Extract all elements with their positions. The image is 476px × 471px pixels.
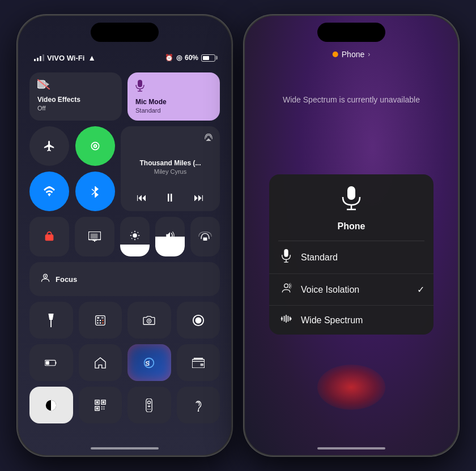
svg-point-37	[100, 322, 101, 324]
app-row-2: S	[29, 344, 220, 381]
music-artist: Miley Cyrus	[128, 168, 213, 175]
svg-rect-3	[138, 80, 142, 87]
svg-marker-12	[206, 139, 211, 142]
svg-point-40	[148, 320, 150, 322]
airplay-icon[interactable]	[204, 133, 213, 143]
svg-point-73	[284, 284, 288, 288]
mic-mode-label: Mic Mode	[135, 98, 212, 106]
cc-sliders	[120, 217, 220, 256]
alarm-icon: ⏰	[165, 54, 173, 62]
hearing-btn[interactable]	[177, 387, 220, 423]
cc-mid-row: Thousand Miles (... Miley Cyrus ⏮ ⏸ ⏭	[29, 126, 220, 211]
flashlight-btn[interactable]	[29, 302, 73, 339]
red-glow	[317, 365, 385, 410]
mic-panel-title: Phone	[338, 221, 366, 232]
video-effects-sublabel: Off	[37, 105, 114, 112]
home-btn[interactable]	[79, 344, 122, 381]
svg-rect-67	[347, 186, 355, 200]
airplane-mode-btn[interactable]	[29, 126, 69, 166]
cellular-btn[interactable]	[75, 126, 115, 166]
app-row-1	[29, 302, 220, 339]
music-title: Thousand Miles (...	[128, 159, 213, 167]
svg-point-66	[197, 410, 199, 412]
calculator-btn[interactable]	[79, 302, 122, 339]
mic-option-standard[interactable]: Standard	[269, 241, 434, 274]
qr-btn[interactable]	[79, 387, 122, 423]
svg-rect-32	[101, 317, 103, 319]
svg-point-34	[100, 320, 101, 322]
cc-controls-grid	[29, 126, 115, 211]
svg-rect-31	[97, 317, 99, 319]
focus-row: Focus	[29, 262, 220, 296]
home-indicator-right	[317, 447, 385, 449]
svg-line-10	[92, 189, 95, 192]
shazam-btn[interactable]: S	[128, 344, 171, 381]
wifi-status-icon: ▲	[88, 53, 96, 62]
record-btn[interactable]	[177, 302, 220, 339]
volume-slider[interactable]	[155, 217, 185, 256]
brightness-fill	[120, 245, 150, 256]
status-bar: VIVO Wi-Fi ▲ ⏰ ◎ 60%	[18, 44, 231, 66]
battery-fill	[203, 56, 209, 60]
location-icon: ◎	[176, 54, 182, 62]
mic-option-voice-isolation[interactable]: Voice Isolation ✓	[269, 274, 434, 306]
control-center: Video Effects Off Mic Mode Standard	[18, 66, 231, 436]
dynamic-island-right	[317, 23, 385, 42]
focus-icon	[40, 272, 51, 286]
svg-point-28	[45, 275, 46, 277]
wifi-btn[interactable]	[29, 172, 69, 211]
remote-btn[interactable]	[128, 387, 171, 423]
battery-btn[interactable]	[29, 344, 73, 381]
svg-point-42	[195, 317, 201, 323]
brightness-icon	[130, 230, 140, 243]
mic-panel-mic-icon	[341, 186, 362, 217]
lock-rotation-btn[interactable]	[29, 217, 69, 256]
mic-mode-icon	[135, 79, 212, 95]
wide-spectrum-icon	[278, 314, 294, 327]
svg-point-36	[97, 322, 99, 324]
svg-line-21	[138, 238, 138, 239]
home-indicator	[91, 447, 159, 449]
right-phone: Phone › Wide Spectrum is currently unava…	[244, 15, 459, 456]
svg-rect-57	[103, 406, 104, 408]
svg-rect-53	[96, 401, 98, 404]
svg-rect-55	[96, 408, 98, 410]
brightness-slider[interactable]	[120, 217, 150, 256]
mic-mode-widget[interactable]: Mic Mode Standard	[128, 72, 220, 121]
mic-panel-header: Phone	[269, 174, 434, 241]
music-controls: ⏮ ⏸ ⏭	[128, 191, 213, 204]
prev-btn[interactable]: ⏮	[137, 192, 147, 204]
mic-option-wide-spectrum[interactable]: Wide Spectrum	[269, 306, 434, 335]
battery-indicator	[201, 54, 215, 62]
wallet-btn[interactable]	[177, 344, 220, 381]
apple-tv-btn[interactable]	[190, 217, 220, 256]
svg-text:S: S	[146, 359, 150, 366]
standard-label: Standard	[301, 252, 424, 263]
chevron-icon: ›	[368, 50, 370, 58]
video-effects-icon	[37, 79, 114, 92]
music-info: Thousand Miles (... Miley Cyrus	[128, 159, 213, 175]
svg-line-11	[92, 192, 95, 195]
status-right: ⏰ ◎ 60%	[165, 54, 215, 62]
svg-rect-26	[203, 238, 207, 241]
bluetooth-btn[interactable]	[75, 172, 115, 211]
contrast-btn[interactable]	[29, 387, 73, 423]
phone-label-text: Phone	[342, 50, 364, 59]
video-effects-widget[interactable]: Video Effects Off	[29, 72, 122, 121]
svg-point-38	[102, 322, 104, 324]
screen-mirror-btn[interactable]	[75, 217, 114, 256]
svg-point-65	[150, 409, 151, 410]
focus-btn[interactable]: Focus	[29, 262, 220, 296]
svg-marker-29	[49, 314, 54, 327]
svg-rect-44	[46, 361, 49, 365]
svg-point-8	[94, 145, 96, 147]
phone-dot	[333, 52, 338, 57]
music-player[interactable]: Thousand Miles (... Miley Cyrus ⏮ ⏸ ⏭	[121, 126, 220, 211]
svg-line-20	[131, 233, 132, 233]
camera-btn[interactable]	[128, 302, 171, 339]
pause-btn[interactable]: ⏸	[164, 191, 176, 204]
focus-label: Focus	[56, 275, 77, 284]
app-row-3	[29, 387, 220, 423]
battery-percent: 60%	[185, 54, 198, 62]
next-btn[interactable]: ⏭	[194, 192, 204, 204]
